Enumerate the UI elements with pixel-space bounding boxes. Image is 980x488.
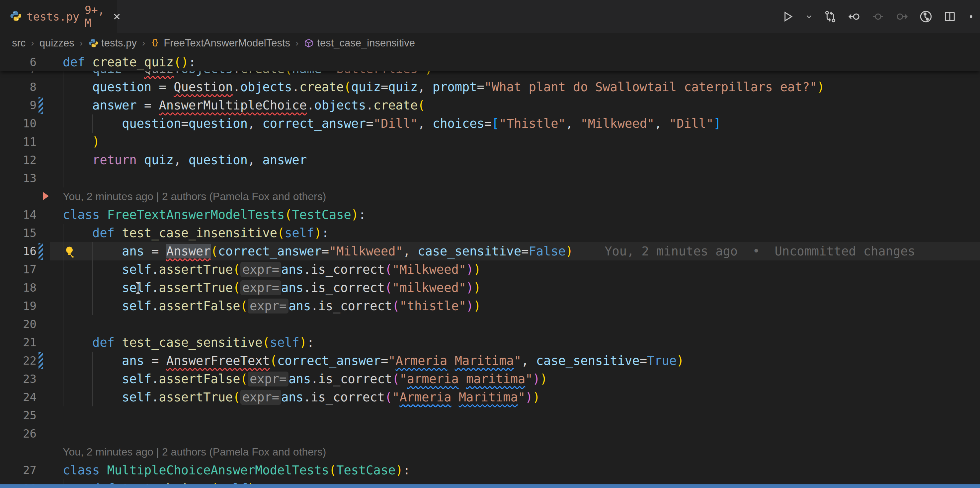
line-number[interactable]: 21 bbox=[0, 333, 37, 352]
token: ) bbox=[248, 482, 255, 484]
code-line[interactable]: 14class FreeTextAnswerModelTests(TestCas… bbox=[0, 206, 980, 224]
token: ans bbox=[281, 262, 304, 277]
code-line[interactable]: 28 def test_choices(self): bbox=[0, 479, 980, 484]
line-number[interactable]: 17 bbox=[0, 260, 37, 279]
code-line[interactable]: 23 self.assertFalse(expr=ans.is_correct(… bbox=[0, 370, 980, 388]
line-number[interactable]: 19 bbox=[0, 297, 37, 315]
tab-tests-py[interactable]: tests.py 9+, M bbox=[0, 0, 117, 33]
sticky-scroll-line[interactable]: 6 def create_quiz(): bbox=[0, 53, 980, 71]
line-number[interactable]: 13 bbox=[0, 169, 37, 187]
line-number[interactable]: 24 bbox=[0, 388, 37, 406]
line-number[interactable]: 20 bbox=[0, 315, 37, 333]
run-button[interactable] bbox=[781, 10, 795, 24]
code-line[interactable]: 16 ans = Answer(correct_answer="Milkweed… bbox=[0, 242, 980, 260]
line-number[interactable]: 15 bbox=[0, 224, 37, 242]
breadcrumb-quizzes[interactable]: quizzes bbox=[40, 37, 74, 49]
code-line[interactable]: 18 self.assertTrue(expr=ans.is_correct("… bbox=[0, 279, 980, 297]
code-line[interactable]: 17 self.assertTrue(expr=ans.is_correct("… bbox=[0, 260, 980, 279]
code-line[interactable]: 10 question=question, correct_answer="Di… bbox=[0, 114, 980, 133]
next-change-icon bbox=[895, 10, 909, 24]
code-line[interactable]: 21 def test_case_sensitive(self): bbox=[0, 333, 980, 352]
token: objects bbox=[314, 98, 366, 112]
line-number[interactable]: 18 bbox=[0, 279, 37, 297]
token: ) bbox=[566, 244, 573, 258]
line-number[interactable]: 28 bbox=[0, 479, 37, 484]
token: assertTrue bbox=[159, 390, 233, 404]
ellipsis-icon[interactable] bbox=[967, 10, 975, 24]
code-editor[interactable]: 7 quiz = Quiz.objects.create(name="Butte… bbox=[0, 53, 980, 484]
token: . bbox=[307, 98, 314, 112]
blame-annotation-row[interactable]: You, 2 minutes ago | 2 authors (Pamela F… bbox=[0, 187, 980, 206]
token: AnswerFreeText bbox=[166, 353, 270, 368]
token: def bbox=[92, 335, 115, 350]
breadcrumb-src[interactable]: src bbox=[12, 37, 25, 49]
blame-annotation-row[interactable]: You, 2 minutes ago | 2 authors (Pamela F… bbox=[0, 443, 980, 461]
modified-lines-gutter-indicator[interactable] bbox=[38, 97, 43, 114]
code-rows: 7 quiz = Quiz.objects.create(name="Butte… bbox=[0, 60, 980, 484]
line-number[interactable]: 22 bbox=[0, 352, 37, 370]
code-line[interactable]: 12 return quiz, question, answer bbox=[0, 151, 980, 169]
code-line[interactable]: 11 ) bbox=[0, 133, 980, 151]
code-line[interactable]: 9 answer = AnswerMultipleChoice.objects.… bbox=[0, 96, 980, 114]
commit-graph-icon[interactable] bbox=[919, 10, 933, 24]
code-line[interactable]: 13 bbox=[0, 169, 980, 187]
code-text: question = Question.objects.create(quiz=… bbox=[63, 78, 825, 96]
line-number[interactable]: 12 bbox=[0, 151, 37, 169]
token: = bbox=[381, 353, 388, 368]
line-number[interactable]: 14 bbox=[0, 206, 37, 224]
line-number[interactable]: 26 bbox=[0, 425, 37, 443]
token bbox=[451, 390, 458, 404]
git-compare-icon[interactable] bbox=[823, 10, 837, 24]
token: ) bbox=[473, 280, 481, 295]
breadcrumb-method[interactable]: test_case_insensitive bbox=[304, 37, 415, 49]
code-line[interactable]: 19 self.assertFalse(expr=ans.is_correct(… bbox=[0, 297, 980, 315]
code-line[interactable]: 20 bbox=[0, 315, 980, 333]
token: is_correct bbox=[311, 390, 385, 404]
code-line[interactable]: 25 bbox=[0, 406, 980, 425]
modified-lines-gutter-indicator[interactable] bbox=[38, 352, 43, 369]
current-change-icon bbox=[871, 10, 885, 24]
line-number[interactable]: 23 bbox=[0, 370, 37, 388]
chevron-down-icon[interactable] bbox=[805, 10, 813, 24]
breadcrumb-tests-py[interactable]: tests.py bbox=[88, 37, 137, 49]
modified-lines-gutter-indicator[interactable] bbox=[38, 243, 43, 260]
code-text: class FreeTextAnswerModelTests(TestCase)… bbox=[63, 206, 366, 224]
line-number[interactable]: 16 bbox=[0, 242, 37, 260]
close-icon[interactable] bbox=[112, 12, 122, 22]
code-line[interactable]: 24 self.assertTrue(expr=ans.is_correct("… bbox=[0, 388, 980, 406]
line-number[interactable]: 10 bbox=[0, 114, 37, 133]
bottom-panel-border bbox=[0, 484, 980, 488]
line-number[interactable]: 11 bbox=[0, 133, 37, 151]
token: " bbox=[514, 353, 521, 368]
line-number[interactable]: 27 bbox=[0, 461, 37, 479]
code-line[interactable]: 27class MultipleChoiceAnswerModelTests(T… bbox=[0, 461, 980, 479]
split-editor-icon[interactable] bbox=[943, 10, 957, 24]
line-number[interactable]: 8 bbox=[0, 78, 37, 96]
token: ( bbox=[211, 482, 218, 484]
line-number[interactable]: 9 bbox=[0, 96, 37, 114]
token: "milkweed" bbox=[392, 280, 466, 295]
token: ) bbox=[395, 463, 402, 477]
breadcrumb-class[interactable]: FreeTextAnswerModelTests bbox=[150, 37, 290, 49]
token: is_correct bbox=[318, 372, 392, 386]
indent-guide bbox=[63, 169, 64, 187]
code-text: ) bbox=[63, 133, 100, 151]
token: quiz bbox=[144, 153, 173, 167]
token bbox=[63, 372, 122, 386]
token: ( bbox=[392, 372, 399, 386]
line-number[interactable]: 25 bbox=[0, 406, 37, 425]
code-line[interactable]: 26 bbox=[0, 425, 980, 443]
token: Armeria bbox=[395, 353, 447, 368]
token: question bbox=[122, 116, 181, 131]
previous-change-icon[interactable] bbox=[847, 10, 861, 24]
token: , bbox=[521, 353, 536, 368]
editor-actions bbox=[781, 0, 975, 33]
token: = bbox=[484, 116, 492, 131]
code-text: ans = AnswerFreeText(correct_answer="Arm… bbox=[63, 352, 684, 370]
token: . bbox=[151, 280, 159, 295]
code-line[interactable]: 8 question = Question.objects.create(qui… bbox=[0, 78, 980, 96]
code-line[interactable]: 15 def test_case_insensitive(self): bbox=[0, 224, 980, 242]
code-text: self.assertFalse(expr=ans.is_correct("th… bbox=[63, 297, 481, 315]
code-line[interactable]: 22 ans = AnswerFreeText(correct_answer="… bbox=[0, 352, 980, 370]
token: . bbox=[304, 280, 311, 295]
